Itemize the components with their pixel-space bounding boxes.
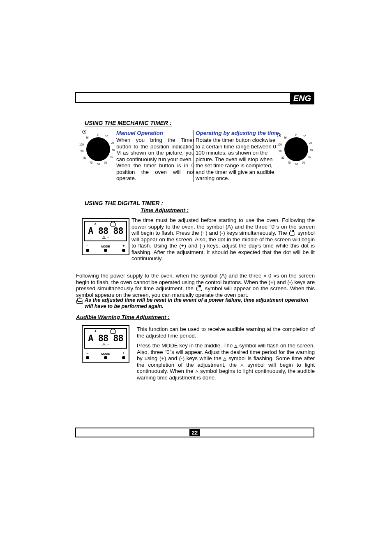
dot-icon [86,249,89,252]
audible-warning-heading: Audible Warning Time Adjustment : [76,314,170,320]
adjust-time-text: Rotate the timer button clockwise to a c… [196,137,281,182]
audible-text-2: Press the MODE key in the middle. The sy… [137,342,315,381]
bell-icon [102,236,106,239]
tick-60: 60 [97,163,100,166]
dial-ticks: 0 10 20 30 40 50 60 70 80 90 100 M [81,137,115,161]
lcd-screen: A A 88 88 ☼ [84,221,127,241]
audible-text-1: This function can be used to receive aud… [137,326,315,339]
minus-label: − [86,244,88,248]
pot-icon [110,330,116,334]
mode-button: MODE [101,352,110,359]
tick-0: 0 [97,133,99,136]
dot-icon [86,356,89,359]
dot-icon [104,249,107,252]
lcd-digits: A 88 88 [88,227,123,236]
tick-M: M [284,136,286,139]
followup-text: Following the power supply to the oven, … [76,273,315,298]
note-text: As the adjusted time will be reset in th… [85,297,315,310]
page-footer-bar: 22 [75,428,314,437]
dial-ticks: 0 10 20 30 40 50 60 70 80 90 100 M [279,137,314,161]
page-number: 22 [189,429,200,436]
clock-icon [82,130,86,134]
minus-label: − [86,351,88,355]
plus-button: + [122,351,125,359]
tick-40: 40 [110,155,113,158]
tick-10: 10 [303,135,306,138]
tick-0: 0 [295,133,297,136]
triangle-icon [195,370,198,373]
button-row: − MODE + [84,244,127,252]
tick-60: 60 [295,163,298,166]
lcd-digits: A 88 88 [88,334,123,343]
mechanic-timer-dial-figure: 0 10 20 30 40 50 60 70 80 90 100 M [81,130,115,161]
triangle-icon [240,364,244,367]
triangle-icon [234,345,238,348]
adjust-time-heading: Operating by adjusting the time [196,130,279,136]
manual-operation-heading: Manuel Operation [116,130,163,136]
tick-10: 10 [105,135,108,138]
time-adjustment-heading: Time Adjustment : [141,207,189,213]
time-adjustment-text: The time must be adjusted before startin… [131,217,315,262]
mode-label: MODE [101,245,110,248]
manual-operation-text: When you bring the Timer button to the p… [116,137,194,182]
section-digital-timer-heading: USING THE DIGITAL TIMER : [85,200,163,207]
digital-timer-figure-2: A A 88 88 ☼ − MODE + [82,325,129,363]
tick-20: 20 [309,141,312,144]
section-mechanic-timer-heading: USING THE MECHANIC TIMER : [85,120,172,127]
pot-icon [196,287,202,291]
lcd-icons: A A 88 88 ☼ [88,223,123,239]
lcd-screen: A A 88 88 ☼ [84,328,127,349]
tick-50: 50 [302,161,305,164]
button-row: − MODE + [84,351,127,359]
dot-icon [122,356,125,359]
note-row: As the adjusted time will be reset in th… [76,297,315,310]
tick-100: 100 [79,143,84,146]
mode-label: MODE [101,352,110,355]
top-border-bar: ENG [75,92,314,103]
tick-20: 20 [111,141,114,144]
lcd-icons: A A 88 88 ☼ [88,330,123,347]
pot-icon [110,223,116,227]
pot-icon [289,232,295,236]
language-badge: ENG [290,92,314,104]
bell-icon [102,343,106,346]
tick-70: 70 [288,161,291,164]
plus-button: + [122,244,125,252]
digital-timer-figure: A A 88 88 ☼ − MODE + [82,218,129,255]
adjust-timer-dial-figure: 0 10 20 30 40 50 60 70 80 90 100 M [279,136,314,161]
note-icon [76,298,82,302]
plus-label: + [122,244,125,248]
tick-80: 80 [281,156,284,159]
dot-icon [104,356,107,359]
mode-button: MODE [101,245,110,252]
tick-80: 80 [83,156,86,159]
tick-M: M [86,136,88,139]
triangle-icon [223,357,226,361]
minus-button: − [86,351,89,359]
plus-label: + [122,351,125,355]
tick-30: 30 [112,149,115,152]
tick-90: 90 [81,150,83,153]
tick-40: 40 [308,155,311,158]
tick-70: 70 [90,161,92,164]
dot-icon [122,249,125,252]
minus-button: − [86,244,89,252]
tick-50: 50 [104,161,107,164]
tick-30: 30 [310,149,313,152]
